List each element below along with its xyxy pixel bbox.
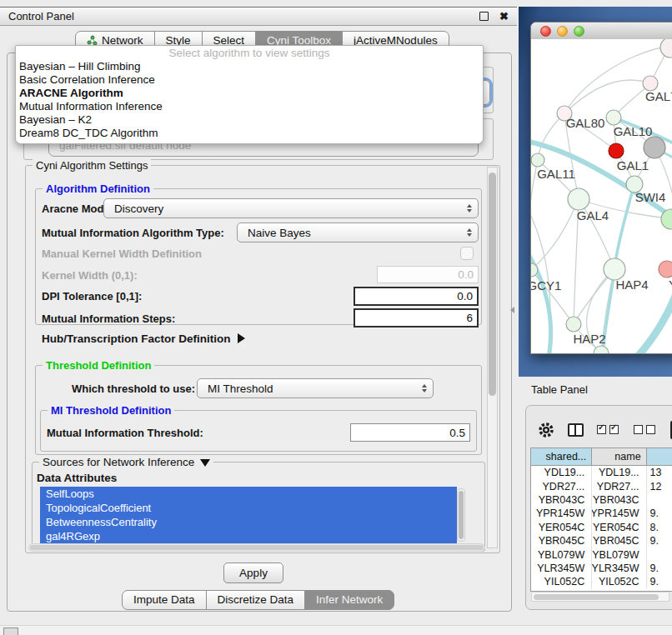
scrollbar-thumb[interactable] — [489, 172, 496, 396]
column-header-2[interactable]: name — [592, 448, 646, 465]
table-cell: YIL052C — [531, 575, 592, 588]
network-node-gal11[interactable] — [531, 153, 544, 167]
table-row[interactable]: YIL052CYIL052C9. — [531, 575, 672, 588]
node-label-hap4: HAP4 — [615, 278, 648, 292]
mi-steps-field[interactable]: 6 — [354, 308, 479, 328]
table-row[interactable]: YDL19...YDL19...13 — [531, 466, 672, 479]
table-panel-title: Table Panel — [531, 383, 588, 396]
bottom-tab-impute-data[interactable]: Impute Data — [122, 590, 207, 610]
table-cell: YDL19... — [592, 466, 646, 479]
sources-group-title[interactable]: Sources for Network Inference — [39, 456, 213, 468]
node-label-gal11: GAL11 — [537, 167, 575, 181]
app-root: { "control_panel": { "title": "Control P… — [0, 0, 672, 635]
column-browser-icon[interactable] — [568, 423, 584, 437]
node-label-gal10: GAL10 — [614, 124, 653, 138]
mi-type-select[interactable]: Naive Bayes — [237, 222, 479, 242]
control-panel-bottom-tabs: Impute DataDiscretize DataInfer Network — [122, 590, 394, 610]
deselect-all-columns-icon[interactable] — [634, 422, 659, 438]
column-header-3[interactable] — [647, 448, 672, 465]
network-desktop: GAL7GAL80GAL10GAL1GAL11GAL4SWI4GCY1HAP4Y… — [519, 7, 672, 377]
table-toolbar — [538, 421, 672, 439]
table-horizontal-scrollbar[interactable] — [531, 592, 669, 602]
network-node[interactable] — [609, 143, 624, 158]
network-node-hap2[interactable] — [566, 317, 581, 332]
mi-steps-value: 6 — [466, 312, 473, 324]
network-node-gal4[interactable] — [568, 188, 589, 210]
network-window-titlebar[interactable] — [531, 22, 672, 40]
close-icon[interactable]: ✖ — [499, 11, 509, 22]
settings-vertical-scrollbar[interactable] — [487, 167, 498, 548]
which-threshold-select[interactable]: MI Threshold — [197, 378, 434, 398]
column-header-1[interactable]: shared... — [531, 448, 592, 465]
aracne-mode-select[interactable]: Discovery — [103, 198, 479, 218]
table-cell: YIL052C — [592, 575, 646, 588]
table-cell: YDR27... — [592, 479, 646, 492]
hub-section-toggle[interactable]: Hub/Transcription Factor Definition — [42, 332, 245, 345]
table-row[interactable]: YER054CYER054C8. — [531, 521, 672, 534]
threshold-definition-title: Threshold Definition — [43, 359, 154, 372]
collapsed-panel-grip[interactable] — [3, 628, 18, 635]
attribute-item-betweennesscentrality[interactable]: BetweennessCentrality — [40, 515, 457, 529]
settings-horizontal-scrollbar[interactable] — [28, 543, 485, 552]
data-attributes-label: Data Attributes — [37, 472, 117, 484]
attributes-scrollbar[interactable] — [457, 488, 465, 542]
attribute-item-topologicalcoefficient[interactable]: TopologicalCoefficient — [40, 501, 457, 515]
bottom-tab-infer-network[interactable]: Infer Network — [304, 590, 394, 610]
kernel-width-field[interactable]: 0.0 — [377, 266, 479, 283]
network-canvas[interactable]: GAL7GAL80GAL10GAL1GAL11GAL4SWI4GCY1HAP4Y… — [531, 39, 672, 353]
table-cell: 12 — [647, 479, 672, 492]
algorithm-definition-title: Algorithm Definition — [43, 182, 153, 195]
data-attributes-list[interactable]: SelfLoopsTopologicalCoefficientBetweenne… — [40, 487, 457, 543]
zoom-traffic-light-icon[interactable] — [574, 26, 584, 37]
mi-threshold-field[interactable]: 0.5 — [350, 423, 470, 442]
table-rows: YDL19...YDL19...13YDR27...YDR27...12YBR0… — [531, 466, 672, 589]
scrollbar-thumb[interactable] — [30, 545, 484, 550]
algorithm-option-aracne-algorithm[interactable]: ARACNE Algorithm — [16, 87, 483, 100]
panel-splitter-handle[interactable] — [510, 307, 514, 313]
network-node-gal10[interactable] — [606, 110, 621, 125]
sources-title-label: Sources for Network Inference — [43, 456, 194, 468]
minimize-traffic-light-icon[interactable] — [557, 26, 568, 37]
bottom-tab-discretize-data[interactable]: Discretize Data — [206, 590, 306, 610]
float-window-icon[interactable] — [479, 12, 489, 21]
gear-icon[interactable] — [538, 422, 554, 438]
algorithm-option-bayesian-hill-climbing[interactable]: Bayesian – Hill Climbing — [16, 60, 483, 73]
table-cell: YDR27... — [531, 479, 592, 492]
apply-button-label: Apply — [239, 567, 268, 579]
table-cell — [647, 548, 672, 561]
attribute-item-gal4rgexp[interactable]: gal4RGexp — [40, 529, 457, 543]
table-row[interactable]: YDR27...YDR27...12 — [531, 479, 672, 492]
attribute-item-selfloops[interactable]: SelfLoops — [40, 487, 457, 501]
table-row[interactable]: YBR045CYBR045C9. — [531, 534, 672, 548]
table-row[interactable]: YBL079WYBL079W — [531, 548, 672, 561]
table-row[interactable]: YPR145WYPR145W9. — [531, 507, 672, 520]
table-row[interactable]: YBR043CYBR043C — [531, 493, 672, 507]
control-panel-titlebar: Control Panel ✖ — [0, 7, 517, 26]
manual-kernel-checkbox[interactable] — [460, 247, 474, 260]
apply-button[interactable]: Apply — [223, 562, 283, 583]
network-node[interactable] — [644, 137, 665, 158]
bottom-strip — [0, 625, 672, 635]
mi-threshold-value: 0.5 — [449, 427, 465, 439]
aracne-mode-value: Discovery — [114, 202, 163, 215]
dpi-tolerance-field[interactable]: 0.0 — [354, 287, 479, 306]
table-cell: 9. — [647, 534, 672, 548]
network-graph: GAL7GAL80GAL10GAL1GAL11GAL4SWI4GCY1HAP4Y… — [531, 39, 672, 353]
close-traffic-light-icon[interactable] — [540, 26, 551, 37]
network-node-y[interactable] — [659, 261, 672, 278]
algorithm-option-basic-correlation-inference[interactable]: Basic Correlation Inference — [16, 73, 483, 87]
network-node[interactable] — [660, 39, 672, 58]
scrollbar-thumb[interactable] — [534, 594, 659, 600]
which-threshold-value: MI Threshold — [208, 382, 273, 395]
scrollbar-thumb[interactable] — [459, 491, 464, 539]
algorithm-option-bayesian-k2[interactable]: Bayesian – K2 — [16, 113, 483, 127]
collapse-arrow-icon[interactable] — [200, 459, 210, 467]
expand-arrow-icon[interactable] — [238, 333, 245, 343]
select-all-columns-icon[interactable] — [597, 422, 622, 438]
combo-arrows-icon — [467, 204, 472, 212]
table-row[interactable]: YLR345WYLR345W9. — [531, 562, 672, 575]
algorithm-option-dream8-dc-tdc-algorithm[interactable]: Dream8 DC_TDC Algorithm — [16, 127, 483, 140]
network-view-window[interactable]: GAL7GAL80GAL10GAL1GAL11GAL4SWI4GCY1HAP4Y… — [530, 22, 672, 354]
table-cell: YBL079W — [592, 548, 646, 561]
algorithm-option-mutual-information-inference[interactable]: Mutual Information Inference — [16, 100, 483, 113]
